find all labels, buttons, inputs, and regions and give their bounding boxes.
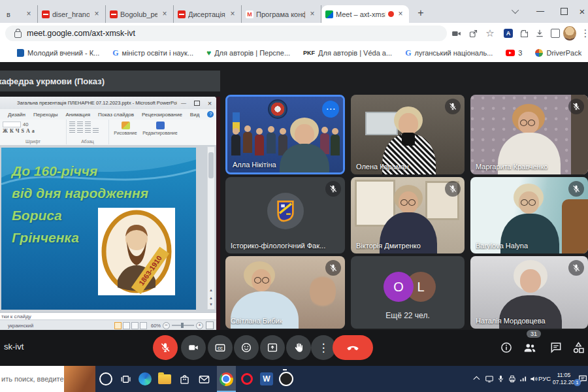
tab-close-icon[interactable]: [396, 10, 405, 19]
taskbar-search-box[interactable]: ить поиск, введите: [0, 366, 95, 392]
activities-button[interactable]: [570, 339, 587, 356]
fit-to-window-button[interactable]: [206, 321, 214, 329]
ribbon-tab[interactable]: Вид: [190, 112, 199, 118]
participant-tile[interactable]: Наталія Мордовцева: [470, 256, 588, 329]
tray-network-icon[interactable]: [519, 374, 528, 384]
participant-tile[interactable]: Історико-філологічний Фак...: [225, 177, 345, 253]
scrollbar-thumb[interactable]: [208, 152, 214, 178]
chat-button[interactable]: [547, 339, 564, 356]
browser-tab[interactable]: Дисертація_Руднік_Ю: [174, 5, 242, 23]
language-indicator[interactable]: украинский: [8, 323, 33, 329]
zoom-in-button[interactable]: +: [196, 322, 203, 329]
search-highlight-image[interactable]: [64, 366, 95, 392]
participant-tile[interactable]: Вікторія Дмитренко: [351, 177, 465, 253]
editing-button[interactable]: Редактирование: [142, 121, 178, 135]
file-explorer-button[interactable]: [157, 371, 172, 387]
bookmark-item[interactable]: міністр освіти і наук...: [112, 48, 193, 58]
app-o-button[interactable]: [278, 371, 294, 387]
browser-tab[interactable]: Bogolub_pedfac_2021: [106, 5, 174, 23]
browser-tab[interactable]: Програма конферен: [242, 5, 321, 23]
participant-tile[interactable]: Олена Караман: [351, 95, 465, 174]
mail-button[interactable]: [196, 371, 212, 387]
bold-button[interactable]: Ж: [3, 128, 8, 134]
edge-button[interactable]: [137, 371, 153, 387]
align-left-button[interactable]: [69, 128, 75, 133]
bookmark-item[interactable]: PKFДля авторів | Véda a...: [303, 49, 392, 57]
captions-button[interactable]: [208, 335, 233, 360]
align-center-button[interactable]: [77, 128, 83, 133]
ribbon-tab[interactable]: Показ слайдов: [98, 112, 134, 118]
shadow-button[interactable]: А: [26, 128, 30, 134]
tray-volume-icon[interactable]: [529, 374, 538, 384]
tab-close-icon[interactable]: [24, 10, 33, 19]
more-participants-tile[interactable]: O L Ещё 22 чел.: [351, 256, 465, 329]
browser-menu-icon[interactable]: [579, 27, 588, 40]
share-icon[interactable]: [466, 27, 480, 40]
sorter-view-button[interactable]: [123, 322, 130, 329]
strike-button[interactable]: S: [22, 128, 24, 134]
align-right-button[interactable]: [85, 128, 91, 133]
tab-close-icon[interactable]: [308, 10, 317, 19]
chrome-button[interactable]: [218, 371, 234, 387]
language-indicator[interactable]: РУС: [538, 375, 551, 382]
drawing-button[interactable]: Рисование: [111, 121, 140, 135]
ribbon-tab[interactable]: Переходы: [33, 112, 58, 118]
tab-close-icon[interactable]: [228, 10, 237, 19]
indent-button[interactable]: [85, 122, 91, 127]
ribbon-tab[interactable]: Дизайн: [8, 112, 25, 118]
window-maximize-button[interactable]: [554, 0, 574, 22]
zoom-out-button[interactable]: −: [163, 322, 170, 329]
italic-button[interactable]: К: [10, 128, 14, 134]
tab-search-chevron-icon[interactable]: [507, 0, 525, 22]
tray-printer-icon[interactable]: [508, 374, 517, 384]
raise-hand-button[interactable]: [286, 335, 311, 360]
justify-button[interactable]: [93, 128, 99, 133]
mic-toggle-button[interactable]: [153, 335, 178, 360]
participant-tile[interactable]: Barylova Halyna: [470, 177, 588, 253]
tray-expand-chevron-icon[interactable]: [474, 374, 481, 381]
tab-close-icon[interactable]: [92, 10, 101, 19]
ppt-maximize-button[interactable]: [190, 98, 203, 108]
new-tab-button[interactable]: [413, 6, 429, 22]
action-center-button[interactable]: 1: [578, 374, 588, 384]
slideshow-view-button[interactable]: [140, 322, 147, 329]
bullets-button[interactable]: [69, 122, 75, 127]
bookmark-star-icon[interactable]: [483, 27, 497, 40]
camera-toggle-button[interactable]: [181, 335, 206, 360]
zoom-slider-thumb[interactable]: [181, 323, 184, 328]
ppt-minimize-button[interactable]: [177, 98, 190, 108]
word-button[interactable]: [259, 371, 274, 387]
bookmark-item[interactable]: 3: [506, 49, 522, 57]
task-view-button[interactable]: [118, 371, 133, 387]
address-bar[interactable]: meet.google.com/axt-xmsk-ivt: [5, 25, 447, 41]
tray-mic-icon[interactable]: [497, 374, 505, 383]
taskbar-clock[interactable]: 11:05 07.12.2023: [553, 372, 575, 386]
numbering-button[interactable]: [77, 122, 83, 127]
ribbon-tab[interactable]: Рецензирование: [142, 112, 182, 118]
window-minimize-button[interactable]: [531, 0, 550, 22]
reactions-button[interactable]: [234, 335, 259, 360]
meeting-details-button[interactable]: [498, 339, 515, 356]
tray-monitor-icon[interactable]: [485, 374, 494, 384]
participant-tile[interactable]: Світлана Бибик: [225, 256, 345, 329]
zoom-slider[interactable]: [172, 325, 194, 326]
participant-tile[interactable]: Алла Нікітіна: [225, 95, 345, 174]
ppt-close-button[interactable]: [203, 98, 216, 108]
tile-options-button[interactable]: [322, 101, 339, 118]
scroll-up-icon[interactable]: ▲: [208, 288, 214, 292]
extensions-puzzle-icon[interactable]: [517, 27, 531, 40]
side-panel-icon[interactable]: [549, 27, 562, 40]
store-button[interactable]: [176, 371, 192, 387]
bookmark-item[interactable]: Для авторів | Перспе...: [206, 48, 290, 57]
help-icon[interactable]: [207, 111, 214, 118]
camera-permission-icon[interactable]: [449, 27, 463, 40]
end-call-button[interactable]: [333, 335, 373, 360]
browser-tab-active[interactable]: Meet – axt-xmsk-: [321, 5, 409, 23]
next-slide-icon[interactable]: ▼: [208, 302, 214, 306]
extension-a-icon[interactable]: [502, 27, 515, 40]
previous-slide-icon[interactable]: ▲: [208, 296, 214, 300]
normal-view-button[interactable]: [114, 322, 122, 329]
browser-tab[interactable]: в: [0, 5, 38, 23]
profile-avatar[interactable]: [563, 27, 576, 40]
tab-close-icon[interactable]: [160, 10, 169, 19]
